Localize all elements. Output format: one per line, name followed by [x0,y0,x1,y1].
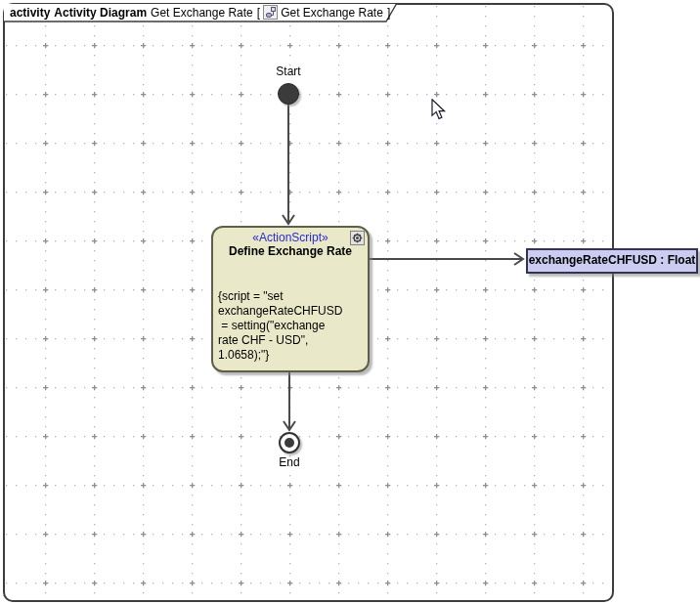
stereotype-label: «ActionScript» [218,231,363,244]
frame-keyword: activity [10,6,50,20]
mouse-cursor-icon [431,99,448,121]
frame-title-tab[interactable]: activityActivity DiagramGet Exchange Rat… [4,4,401,23]
bracket-open: [ [257,6,260,20]
frame-diagram-type: Activity Diagram [54,6,147,20]
object-node[interactable]: exchangeRateCHFUSD : Float [526,248,698,274]
frame-title-text: activityActivity DiagramGet Exchange Rat… [10,5,390,22]
end-node-label: End [262,455,317,469]
frame-diagram-name: Get Exchange Rate [151,6,253,20]
gear-icon [352,233,363,243]
action-name: Define Exchange Rate [218,244,363,259]
initial-node[interactable] [278,83,299,105]
bracket-close: ] [387,6,390,20]
activity-diagram-icon [263,5,278,20]
activity-final-node[interactable] [279,432,300,453]
magicdraw-activity-diagram-canvas: activityActivity DiagramGet Exchange Rat… [0,0,700,604]
action-node-define-exchange-rate[interactable]: «ActionScript» Define Exchange Rate {scr… [211,226,370,372]
action-script-text: {script = "set exchangeRateCHFUSD = sett… [218,289,363,363]
final-node-dot [284,438,294,448]
frame-content-name: Get Exchange Rate [281,6,383,20]
start-node-label: Start [261,65,316,78]
object-node-label: exchangeRateCHFUSD : Float [529,253,696,267]
action-script-indicator[interactable] [350,231,365,245]
